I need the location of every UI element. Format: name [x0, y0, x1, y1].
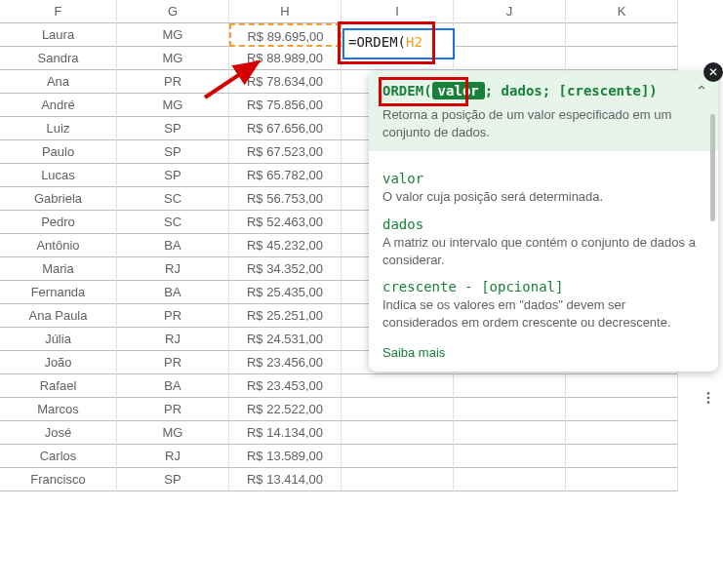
cell-empty[interactable]: [566, 421, 678, 445]
cell-f[interactable]: Pedro: [0, 211, 117, 234]
cell-g[interactable]: RJ: [117, 445, 229, 468]
cell-f[interactable]: Gabriela: [0, 187, 117, 211]
cell-g[interactable]: PR: [117, 70, 229, 94]
cell-h[interactable]: R$ 65.782,00: [229, 164, 341, 187]
tooltip-description: Retorna a posição de um valor especifica…: [382, 106, 704, 141]
cell-h[interactable]: R$ 13.414,00: [229, 468, 341, 491]
cell-h[interactable]: R$ 75.856,00: [229, 94, 341, 117]
cell-f[interactable]: Maria: [0, 257, 117, 281]
cell-h[interactable]: R$ 67.656,00: [229, 117, 341, 140]
cell-empty[interactable]: [341, 374, 454, 398]
formula-help-tooltip: ORDEM(valor; dados; [crescente]) Retorna…: [369, 71, 718, 372]
svg-point-3: [707, 402, 710, 405]
cell-empty[interactable]: [454, 421, 566, 445]
cell-h[interactable]: R$ 67.523,00: [229, 140, 341, 164]
cell-g[interactable]: PR: [117, 304, 229, 328]
cell-h[interactable]: R$ 24.531,00: [229, 328, 341, 351]
cell-empty[interactable]: [566, 374, 678, 398]
cell-empty[interactable]: [454, 47, 566, 70]
cell-f[interactable]: José: [0, 421, 117, 445]
cell-empty[interactable]: [566, 468, 678, 491]
cell-h[interactable]: R$ 25.435,00: [229, 281, 341, 304]
cell-g[interactable]: MG: [117, 94, 229, 117]
cell-f[interactable]: Ana Paula: [0, 304, 117, 328]
cell-g[interactable]: PR: [117, 398, 229, 421]
cell-g[interactable]: SC: [117, 211, 229, 234]
cell-empty[interactable]: [454, 398, 566, 421]
column-header-j[interactable]: J: [454, 0, 566, 23]
cell-empty[interactable]: [566, 398, 678, 421]
param-name-valor: valor: [382, 171, 704, 186]
cell-f[interactable]: Francisco: [0, 468, 117, 491]
svg-point-1: [707, 392, 710, 395]
cell-f[interactable]: Laura: [0, 23, 117, 47]
cell-f[interactable]: Sandra: [0, 47, 117, 70]
cell-h[interactable]: R$ 88.989,00: [229, 47, 341, 70]
svg-point-2: [707, 397, 710, 400]
formula-editor[interactable]: =ORDEM(H2: [342, 28, 455, 59]
cell-g[interactable]: SC: [117, 187, 229, 211]
cell-h[interactable]: R$ 14.134,00: [229, 421, 341, 445]
cell-empty[interactable]: [454, 374, 566, 398]
cell-h[interactable]: R$ 25.251,00: [229, 304, 341, 328]
cell-f[interactable]: Ana: [0, 70, 117, 94]
cell-h[interactable]: R$ 23.453,00: [229, 374, 341, 398]
close-icon[interactable]: ✕: [703, 62, 723, 82]
cell-empty[interactable]: [454, 445, 566, 468]
cell-g[interactable]: RJ: [117, 328, 229, 351]
cell-h[interactable]: R$ 89.695,00: [229, 23, 341, 47]
cell-g[interactable]: PR: [117, 351, 229, 374]
cell-empty[interactable]: [566, 445, 678, 468]
cell-g[interactable]: BA: [117, 281, 229, 304]
cell-empty[interactable]: [454, 468, 566, 491]
cell-h[interactable]: R$ 78.634,00: [229, 70, 341, 94]
tooltip-active-arg: valor: [432, 82, 485, 99]
cell-g[interactable]: MG: [117, 23, 229, 47]
formula-prefix: =ORDEM(: [348, 34, 406, 50]
cell-g[interactable]: BA: [117, 374, 229, 398]
cell-f[interactable]: Paulo: [0, 140, 117, 164]
column-header-h[interactable]: H: [229, 0, 341, 23]
cell-f[interactable]: Rafael: [0, 374, 117, 398]
cell-f[interactable]: Marcos: [0, 398, 117, 421]
cell-f[interactable]: Carlos: [0, 445, 117, 468]
cell-f[interactable]: André: [0, 94, 117, 117]
cell-g[interactable]: MG: [117, 421, 229, 445]
cell-h[interactable]: R$ 23.456,00: [229, 351, 341, 374]
column-header-g[interactable]: G: [117, 0, 229, 23]
cell-h[interactable]: R$ 34.352,00: [229, 257, 341, 281]
cell-g[interactable]: SP: [117, 468, 229, 491]
cell-h[interactable]: R$ 22.522,00: [229, 398, 341, 421]
cell-f[interactable]: Júlia: [0, 328, 117, 351]
column-header-k[interactable]: K: [566, 0, 678, 23]
cell-empty[interactable]: [341, 398, 454, 421]
cell-g[interactable]: RJ: [117, 257, 229, 281]
cell-empty[interactable]: [566, 47, 678, 70]
cell-empty[interactable]: [454, 23, 566, 47]
cell-f[interactable]: Luiz: [0, 117, 117, 140]
tooltip-scrollbar[interactable]: [710, 114, 715, 221]
cell-f[interactable]: Fernanda: [0, 281, 117, 304]
cell-g[interactable]: MG: [117, 47, 229, 70]
cell-h[interactable]: R$ 56.753,00: [229, 187, 341, 211]
cell-g[interactable]: SP: [117, 164, 229, 187]
cell-f[interactable]: Antônio: [0, 234, 117, 257]
cell-f[interactable]: Lucas: [0, 164, 117, 187]
cell-empty[interactable]: [566, 23, 678, 47]
cell-g[interactable]: SP: [117, 117, 229, 140]
column-header-i[interactable]: I: [341, 0, 454, 23]
cell-empty[interactable]: [341, 445, 454, 468]
column-header-f[interactable]: F: [0, 0, 117, 23]
more-options-icon[interactable]: [697, 386, 720, 412]
cell-empty[interactable]: [341, 468, 454, 491]
cell-g[interactable]: SP: [117, 140, 229, 164]
collapse-icon[interactable]: [695, 81, 708, 98]
cell-h[interactable]: R$ 52.463,00: [229, 211, 341, 234]
cell-empty[interactable]: [341, 421, 454, 445]
cell-f[interactable]: João: [0, 351, 117, 374]
cell-g[interactable]: BA: [117, 234, 229, 257]
cell-h[interactable]: R$ 45.232,00: [229, 234, 341, 257]
learn-more-link[interactable]: Saiba mais: [382, 345, 445, 360]
param-desc-crescente: Indica se os valores em "dados" devem se…: [382, 296, 704, 332]
cell-h[interactable]: R$ 13.589,00: [229, 445, 341, 468]
